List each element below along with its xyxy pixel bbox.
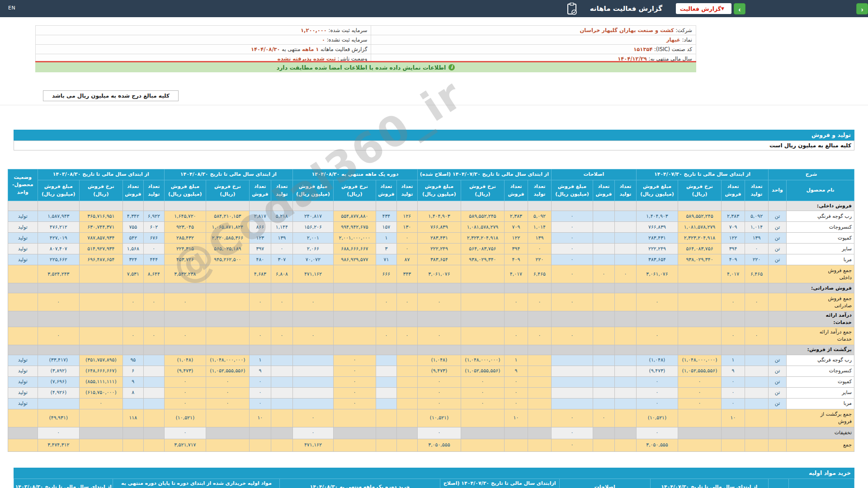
cell [333,201,376,211]
cell: تولید [8,211,38,222]
section-row: برگشت از فروش: [8,345,854,355]
cell [614,211,636,222]
cell: (۳۳,۴۱۷) [38,355,79,366]
cell: (۱,۰۴۸) [417,355,461,366]
cell [271,398,292,409]
cell: تن [769,244,787,254]
cell [123,311,143,327]
cell: ۰ [271,293,292,311]
cell [678,439,722,451]
cell [376,439,396,451]
cell [745,201,769,211]
cell: ۲۲۰ [745,254,769,265]
next-report-button[interactable]: ‹ [856,3,868,14]
cell [292,387,333,398]
cell: ۱۲۲ [504,233,528,244]
cell [722,201,745,211]
cell: ۲,۰۰۱,۰۰۰,۰۰۰ [333,233,376,244]
header-subcol: واحد [769,180,787,201]
cell [143,345,164,355]
header-subcol: مبلغ فروش (میلیون ریال) [164,180,206,201]
cell: ۰ [249,327,271,345]
cell [206,409,249,427]
cell: ۰ [636,427,678,439]
cell [396,427,417,439]
cell: ۰ [593,409,614,427]
cell: ۷,۵۳۱ [123,265,143,283]
cell: ۱,۰۸۱,۵۷۸,۲۷۹ [461,222,504,233]
cell [292,201,333,211]
cell: ۹۸۶,۹۲۹,۵۷۷ [333,254,376,265]
cell: ۳۹۴ [504,244,528,254]
cell: ۶۹۶,۴۸۷,۶۵۴ [79,254,123,265]
cell [292,398,333,409]
table-row: جمع فروشداخلی۶,۴۶۵۴,۰۱۷۳,۰۶۱,۰۷۶۰۰۰۶,۴۶۵… [8,265,854,283]
cell [551,283,593,293]
cell [678,265,722,283]
cell: ۹۳۸,۰۲۹,۳۴۰ [678,254,722,265]
cell: ۰ [417,398,461,409]
cell [745,387,769,398]
cell: ۰ [271,244,292,254]
cell: ۰ [722,293,745,311]
header-period-group: از ابتدای سال مالی تا تاریخ ۱۴۰۴/۰۷/۳۰ [636,169,768,180]
cell [678,201,722,211]
report-type-dropdown[interactable]: ▼ گزارش فعالیت [676,3,731,14]
cell: ۴۴۴ [143,254,164,265]
cell: ۰ [551,327,593,345]
cell [396,398,417,409]
cell: ۰ [551,254,593,265]
cell [79,345,123,355]
cell [376,398,396,409]
info-cell: سرمایه ثبت شده: ۱,۲۰۰,۰۰۰ [36,26,371,35]
raw-materials-section-bar: خرید مواد اولیه [14,468,854,479]
table-row: سایرتن۰۳۹۴۵۶۴,۰۸۳,۷۵۶۲۲۲,۲۴۹۰۰۳۹۴۵۶۴,۰۸۳… [8,244,854,254]
cell: ۳,۵۳۲,۲۳۸ [164,265,206,283]
cell: ۹ [249,366,271,376]
cell: ۵۶۵,۰۲۵,۱۸۹ [206,244,249,254]
cell [528,398,551,409]
cell [551,387,593,398]
cell: ۰ [333,355,376,366]
row-label: مربا [787,254,854,265]
header-subcol: نرخ فروش (ریال) [79,180,123,201]
cell: ۱۲۶ [396,211,417,222]
report-type-label: گزارش فعالیت [680,5,721,12]
cell: ۰ [461,376,504,387]
cell: ۲,۸۱۷ [249,211,271,222]
cell: ۲۲۲,۲۴۹ [636,244,678,254]
language-switch-en[interactable]: EN [8,5,15,11]
cell: ۰ [551,222,593,233]
cell [249,201,271,211]
cell: ۱۵۶,۲۰۶ [292,222,333,233]
cell: ۰ [206,398,249,409]
cell: ۴۷۱,۱۶۲ [292,439,333,451]
cell: ۶ [123,366,143,376]
cell: ۰ [333,387,376,398]
previous-report-button[interactable]: › [734,3,745,14]
cell [593,233,614,244]
cell [271,376,292,387]
cell: ۱,۱۴۴ [271,222,292,233]
cell: ۱,۰۸۱,۵۷۸,۲۷۹ [678,222,722,233]
cell: (۶۱۵,۷۵۰,۰۰۰) [79,387,123,398]
cell: ۰ [38,327,79,345]
cell: ۳,۰۵۰,۵۵۵ [417,439,461,451]
cell [143,409,164,427]
cell: ۰ [504,293,528,311]
cell: تولید [8,387,38,398]
cell: تولید [8,366,38,376]
cell: ۰ [38,293,79,311]
rm-header-group: از ابتدای سال مالی تا تاریخ ۱۴۰۴/۰۷/۳۰ [650,479,768,488]
row-label: کنسروجات [787,366,854,376]
cell [745,409,769,427]
cell [678,409,722,427]
cell [38,201,79,211]
row-label: کمپوت [787,233,854,244]
cell: (۱,۰۵۲,۵۵۵,۵۵۶) [461,366,504,376]
cell: (۱,۰۴۸,۰۰۰,۰۰۰) [206,355,249,366]
cell [123,398,143,409]
header-subcol: تعداد تولید [271,180,292,201]
cell [143,376,164,387]
cell: تن [769,387,787,398]
